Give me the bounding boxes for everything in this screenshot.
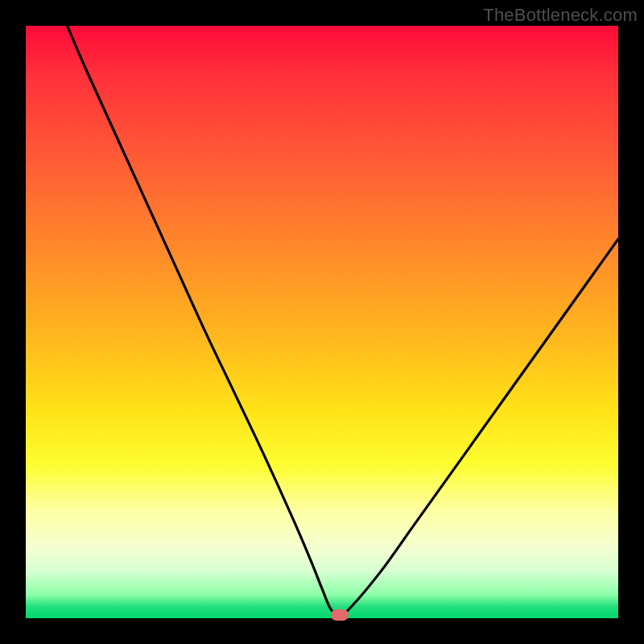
plot-area <box>26 26 618 618</box>
watermark-text: TheBottleneck.com <box>483 5 638 26</box>
optimum-marker <box>331 609 349 621</box>
chart-frame: TheBottleneck.com <box>0 0 644 644</box>
bottleneck-curve <box>26 26 618 618</box>
